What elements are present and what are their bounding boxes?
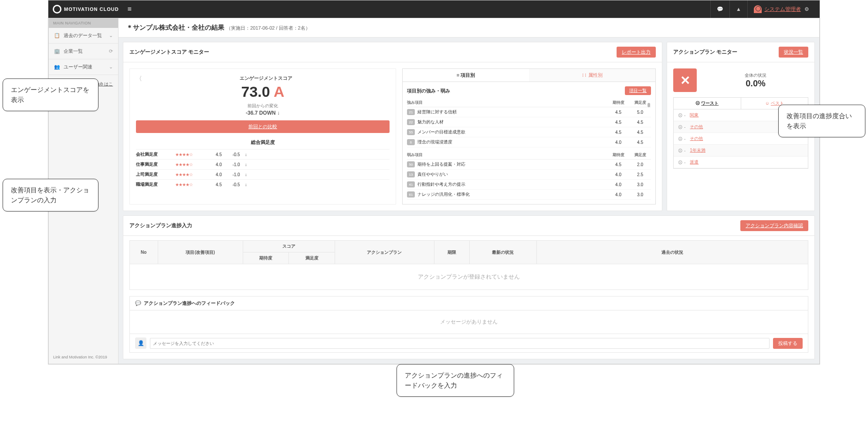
happy-face-icon: ☺	[765, 101, 770, 106]
th-no: No	[130, 241, 158, 264]
action-plan-table: No 項目(改善項目) スコア アクションプラン 期限 最新の状況 過去の状況 …	[129, 240, 808, 264]
feedback-panel: 💬アクションプラン進捗へのフィードバック メッセージがありません 👤 投稿する	[129, 296, 808, 353]
score-grade: A	[274, 83, 285, 100]
callout-feedback: アクションプランの進捗へのフィードバックを入力	[397, 364, 514, 397]
items-card: ≡ 項目別 ⫶⫶ 属性別 項目別の強み・弱み 項目一覧 強み項目期待度満足度	[402, 68, 656, 204]
callout-progress: 改善項目の進捗度合いを表示	[778, 105, 865, 137]
chevron-down-icon: ⌄	[109, 33, 113, 38]
th-exp: 期待度	[607, 152, 629, 158]
nav-icon: 👥	[54, 64, 60, 70]
change-label: 前回からの変化	[136, 103, 390, 109]
nav-past-data[interactable]: 📋過去のデータ一覧⌄	[49, 28, 118, 44]
action-plan-empty: アクションプランが登録されていません	[129, 264, 808, 290]
action-plan-title: アクションプラン進捗入力	[129, 222, 192, 229]
logo: MOTIVATION CLOUD	[53, 5, 119, 14]
items-list-button[interactable]: 項目一覧	[625, 86, 651, 95]
user-menu[interactable]: システム管理者 ⚙	[747, 0, 815, 18]
page-title: ＊サンプル株式会社・全社の結果 （実施日：2017-06-02 / 回答者：2名…	[119, 18, 819, 37]
hamburger-icon[interactable]: ≡	[128, 5, 132, 13]
item-row: 6理念の現場浸透度4.04.5	[407, 137, 651, 147]
page-subtitle: （実施日：2017-06-02 / 回答者：2名）	[226, 25, 310, 31]
avatar-icon: 👤	[135, 337, 146, 349]
item-row: 21経営陣に対する信頼4.55.0	[407, 107, 651, 117]
item-row: 50期待を上回る提案・対応4.52.0	[407, 160, 651, 170]
copyright: Link and Motivation Inc. ©2019	[49, 351, 118, 364]
nav-companies[interactable]: 🏢企業一覧⟳	[49, 44, 118, 59]
th-sat: 満足度	[629, 152, 651, 158]
brand-text: MOTIVATION CLOUD	[64, 7, 119, 12]
nav-label: ユーザー関連	[64, 64, 92, 70]
score-card: 〈 エンゲージメントスコア 73.0 A 前回からの変化 -36.7 DOWN …	[129, 68, 396, 204]
tab-by-item[interactable]: ≡ 項目別	[403, 69, 529, 82]
chat-icon[interactable]: 💬	[710, 0, 729, 18]
th-exp: 期待度	[607, 100, 629, 106]
topbar: MOTIVATION CLOUD ≡ 💬 ▲ システム管理者 ⚙	[48, 0, 820, 18]
item-row: 61ナレッジの汎用化・標準化4.03.0	[407, 190, 651, 200]
th-item: 項目(改善項目)	[158, 241, 243, 264]
th-due: 期限	[434, 241, 469, 264]
logo-icon	[53, 5, 61, 14]
th-sat2: 満足度	[289, 252, 335, 264]
action-monitor-title: アクションプラン モニター	[673, 48, 737, 56]
item-row: 13責任ややりがい4.02.5	[407, 170, 651, 180]
compare-button[interactable]: 前回との比較	[136, 120, 390, 133]
th-score: スコア	[243, 241, 335, 252]
sat-row: 職場満足度★★★★☆4.5-0.5↓	[136, 179, 390, 189]
tab-by-attribute[interactable]: ⫶⫶ 属性別	[529, 69, 655, 82]
report-button[interactable]: レポート出力	[617, 47, 656, 58]
status-list-button[interactable]: 状況一覧	[779, 47, 808, 58]
sad-face-icon: ☹	[678, 125, 682, 130]
items-title: 項目別の強み・弱み	[407, 88, 450, 94]
action-plan-confirm-button[interactable]: アクションプラン内容確認	[740, 220, 808, 231]
sat-row: 仕事満足度★★★★☆4.0-1.0↓	[136, 159, 390, 169]
callout-items: 改善項目を表示・アクションプランの入力	[3, 179, 98, 211]
th-weak: 弱み項目	[407, 152, 607, 158]
sad-face-icon: ☹	[678, 113, 682, 118]
sat-row: 会社満足度★★★★☆4.5-0.5↓	[136, 149, 390, 159]
post-button[interactable]: 投稿する	[773, 338, 803, 349]
change-value: -36.7 DOWN ↓	[136, 110, 390, 116]
item-row: 41行動指針や考え方の提示4.03.0	[407, 180, 651, 190]
chat-icon: 💬	[135, 300, 141, 306]
sad-face-icon: ☹	[678, 148, 682, 153]
nav-icon: 📋	[54, 33, 60, 38]
sad-face-icon: ☹	[678, 160, 682, 165]
item-row: 55メンバーの目標達成意欲4.54.5	[407, 127, 651, 137]
overall-label: 全体の状況	[703, 72, 808, 78]
score-value: 73.0 A	[136, 83, 390, 100]
scrollbar[interactable]	[648, 103, 650, 107]
refresh-icon: ⟳	[109, 48, 113, 54]
engagement-panel: エンゲージメントスコア モニター レポート出力 〈 エンゲージメントスコア 73…	[123, 42, 662, 211]
engagement-title: エンゲージメントスコア モニター	[129, 48, 209, 56]
alert-icon[interactable]: ▲	[729, 0, 747, 18]
prev-arrow-icon[interactable]: 〈	[136, 75, 142, 83]
main: ＊サンプル株式会社・全社の結果 （実施日：2017-06-02 / 回答者：2名…	[119, 18, 819, 364]
feedback-title: アクションプラン進捗へのフィードバック	[144, 300, 235, 307]
nav-label: 企業一覧	[64, 48, 83, 55]
sad-face-icon: ☹	[678, 136, 682, 141]
user-label: システム管理者	[764, 6, 801, 13]
topbar-right: 💬 ▲ システム管理者 ⚙	[710, 0, 815, 18]
feedback-empty: メッセージがありません	[130, 310, 808, 334]
action-plan-input-panel: アクションプラン進捗入力 アクションプラン内容確認 No 項目(改善項目) スコ…	[123, 215, 815, 359]
score-label: エンゲージメントスコア	[136, 75, 390, 82]
worst-row[interactable]: ☹-派遣	[674, 157, 808, 168]
th-latest: 最新の状況	[469, 241, 537, 264]
th-past: 過去の状況	[537, 241, 808, 264]
nav-label: 過去のデータ一覧	[64, 32, 102, 39]
th-plan: アクションプラン	[335, 241, 434, 264]
feedback-input[interactable]	[150, 338, 770, 349]
user-icon	[754, 5, 762, 13]
overall-percent: 0.0%	[703, 78, 808, 89]
th-exp2: 期待度	[243, 252, 288, 264]
satisfaction-title: 総合満足度	[136, 139, 390, 146]
status-x-icon: ✕	[673, 68, 697, 92]
worst-row[interactable]: ☹-1年未満	[674, 145, 808, 157]
sad-face-icon: ☹	[695, 101, 700, 106]
tab-worst[interactable]: ☹ワースト	[674, 98, 741, 109]
nav-header: MAIN NAVIGATION	[49, 18, 118, 28]
th-strength: 強み項目	[407, 100, 607, 106]
sat-row: 上司満足度★★★★☆4.0-1.0↓	[136, 169, 390, 179]
nav-users[interactable]: 👥ユーザー関連⌄	[49, 59, 118, 75]
item-row: 22魅力的な人材4.54.5	[407, 117, 651, 127]
